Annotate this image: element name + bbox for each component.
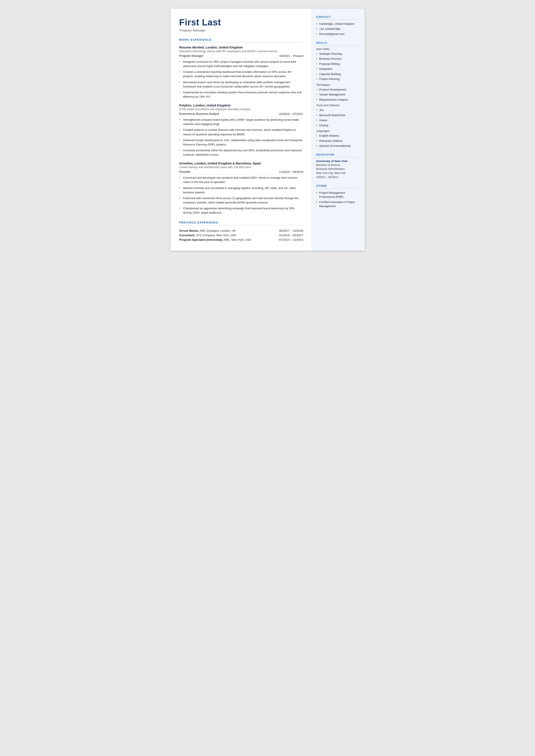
prev-exp-dates: 01/2016 – 05/2017 <box>260 233 303 238</box>
job-bullets-3: Conceived and developed new products tha… <box>179 176 303 215</box>
bullet-item: Championed an aggressive advertising cam… <box>179 206 303 215</box>
bullet-item: Designed curriculum for 350+ project man… <box>179 60 303 68</box>
prev-exp-row: Program Specialist (Internship), ABC, Ne… <box>179 238 303 242</box>
job-block-resume-worded: Resume Worded, London, United Kingdom Ed… <box>179 46 303 99</box>
skill-item: Microsoft SharePoint <box>316 113 360 118</box>
skill-item: Strategic Planning <box>316 52 360 56</box>
skill-item: Business Process <box>316 57 360 61</box>
job-bullets-1: Designed curriculum for 350+ project man… <box>179 60 303 99</box>
bullet-item: Implemented an innovative ticketing syst… <box>179 90 303 99</box>
bullet-item: Partnered with investment firms across 1… <box>179 196 303 205</box>
skill-item: Clickup <box>316 123 360 127</box>
bullet-item: Delivered simple dashboards for 210+ sta… <box>179 138 303 147</box>
job-role-row-1: Program Manager 08/2021 – Present <box>179 54 303 58</box>
job-dates-3: 11/2018 – 09/2019 <box>279 170 303 174</box>
previous-experience-table: Scrum Master, ABC Company, London, UK 06… <box>179 228 303 242</box>
job-role-row-3: Founder 11/2018 – 09/2019 <box>179 170 303 174</box>
job-company-3: Growthsi, London, United Kingdom & Barce… <box>179 162 303 165</box>
edu-field: Business Administration <box>316 167 360 171</box>
bullet-item: Increased productivity within the depart… <box>179 148 303 157</box>
company-name-2: Polyhire, <box>179 104 192 107</box>
job-role-2: Ecommerce Business Analyst <box>179 112 219 116</box>
bullet-item: Decreased project cycle times by develop… <box>179 80 303 89</box>
contact-address: Cambridge, United Kingdom <box>316 22 360 26</box>
job-role-3: Founder <box>179 170 190 174</box>
skill-item: Romanian (Native) <box>316 139 360 143</box>
bullet-item: Worked remotely and succeeded in managin… <box>179 186 303 195</box>
bullet-item: Created a centralized reporting dashboar… <box>179 70 303 78</box>
hard-skills-label: Hard Skills: <box>316 48 360 51</box>
techniques-label: Techniques: <box>316 83 360 86</box>
contact-section-title: CONTACT <box>316 15 360 20</box>
name-title-block: First Last Program Manager <box>179 17 303 32</box>
contact-phone: +44 1234567890 <box>316 27 360 31</box>
other-item: Project Management Professional (PMP) <box>316 191 360 199</box>
skill-item: Project Planning <box>316 77 360 81</box>
prev-exp-dates: 06/2017 – 10/2018 <box>260 228 303 233</box>
contact-list: Cambridge, United Kingdom +44 1234567890… <box>316 22 360 36</box>
job-bullets-2: Strengthened company brand loyalty with … <box>179 118 303 157</box>
other-section-title: OTHER <box>316 184 360 188</box>
company-location-3: London, United Kingdom & Barcelona, Spai… <box>194 162 261 165</box>
skill-item: Capacity Building <box>316 72 360 76</box>
bullet-item: Conceived and developed new products tha… <box>179 176 303 184</box>
sidebar: CONTACT Cambridge, United Kingdom +44 12… <box>311 9 365 251</box>
other-list: Project Management Professional (PMP) Ce… <box>316 191 360 209</box>
prev-exp-role: Program Specialist (Internship), ABC, Ne… <box>179 238 260 242</box>
job-block-growthsi: Growthsi, London, United Kingdom & Barce… <box>179 162 303 215</box>
job-dates-1: 08/2021 – Present <box>279 54 303 58</box>
company-location-2: London, United Kingdom <box>193 104 231 107</box>
bullet-item: Strengthened company brand loyalty with … <box>179 118 303 126</box>
job-tagline-3: Career training and membership SaaS with… <box>179 165 303 169</box>
skill-item: Integration <box>316 67 360 71</box>
education-section-title: EDUCATION <box>316 153 360 157</box>
job-tagline-2: NYSE-listed recruitment and employer bra… <box>179 107 303 111</box>
company-location-1: London, United Kingdom <box>206 46 243 49</box>
languages-list: English (Native) Romanian (Native) Spani… <box>316 134 360 148</box>
skill-item: Vendor Management <box>316 93 360 97</box>
job-role-1: Program Manager <box>179 54 204 58</box>
hard-skills-list: Strategic Planning Business Process Prop… <box>316 52 360 81</box>
skills-section-title: SKILLS <box>316 42 360 45</box>
work-experience-header: WORK EXPERIENCE <box>179 38 303 43</box>
job-block-polyhire: Polyhire, London, United Kingdom NYSE-li… <box>179 104 303 157</box>
skill-item: Requirements Analysis <box>316 98 360 102</box>
languages-label: Languages: <box>316 129 360 132</box>
skill-item: Product Development <box>316 88 360 92</box>
tools-list: Jira Microsoft SharePoint Asana Clickup <box>316 108 360 127</box>
edu-school: University of New York <box>316 159 360 163</box>
company-name-1: Resume Worded, <box>179 46 205 49</box>
skill-item: Proposal Writing <box>316 62 360 66</box>
edu-dates: 10/2011 - 06/2014 <box>316 175 360 179</box>
edu-location: New York City, New York <box>316 171 360 175</box>
job-dates-2: 10/2019 – 07/2021 <box>279 112 303 116</box>
education-entry: University of New York Bachelor of Scien… <box>316 159 360 179</box>
tools-label: Tools and Software: <box>316 104 360 107</box>
skill-item: Asana <box>316 118 360 123</box>
edu-degree: Bachelor of Science <box>316 163 360 167</box>
resume-document: First Last Program Manager WORK EXPERIEN… <box>171 9 365 251</box>
prev-exp-dates: 07/2014 – 12/2015 <box>260 238 303 242</box>
job-title: Program Manager <box>180 28 303 32</box>
techniques-list: Product Development Vendor Management Re… <box>316 88 360 102</box>
prev-exp-row: Consultant, XYZ Company, New York, USA 0… <box>179 233 303 238</box>
skill-item: Spanish (Conversational) <box>316 144 360 148</box>
company-name-3: Growthsi, <box>179 162 194 165</box>
job-role-row-2: Ecommerce Business Analyst 10/2019 – 07/… <box>179 112 303 116</box>
contact-email: first.last@gmail.com <box>316 32 360 36</box>
job-company-1: Resume Worded, London, United Kingdom <box>179 46 303 49</box>
previous-experience-header: PREVIOUS EXPERIENCE <box>179 221 303 225</box>
prev-exp-row: Scrum Master, ABC Company, London, UK 06… <box>179 228 303 233</box>
bullet-item: Created systems to monitor finances with… <box>179 128 303 136</box>
main-column: First Last Program Manager WORK EXPERIEN… <box>171 9 311 251</box>
other-item: Certified Associate in Project Managemen… <box>316 200 360 209</box>
skill-item: English (Native) <box>316 134 360 138</box>
prev-exp-role: Scrum Master, ABC Company, London, UK <box>179 228 260 233</box>
job-tagline-1: Education technology startup with 50+ em… <box>179 49 303 53</box>
skill-item: Jira <box>316 108 360 112</box>
job-company-2: Polyhire, London, United Kingdom <box>179 104 303 107</box>
full-name: First Last <box>179 17 303 28</box>
prev-exp-role: Consultant, XYZ Company, New York, USA <box>179 233 260 238</box>
